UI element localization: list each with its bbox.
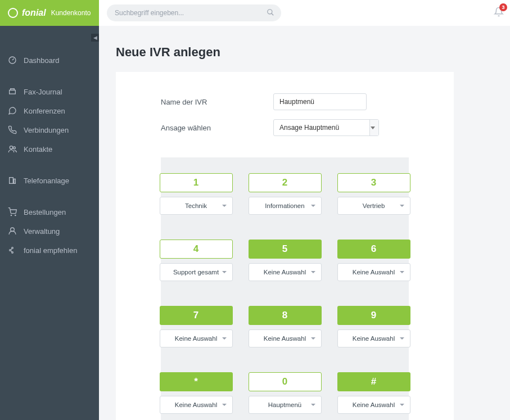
keypad-select-2[interactable]: Informationen	[249, 197, 322, 215]
keypad-key-4[interactable]: 4	[160, 240, 233, 259]
keypad-select-value: Keine Auswahl	[353, 269, 395, 276]
keypad-select-5[interactable]: Keine Auswahl	[249, 263, 322, 281]
sidebar-item-dashboard[interactable]: Dashboard	[0, 51, 99, 70]
brand-bar: fonial Kundenkonto	[0, 0, 99, 26]
keypad-key-*[interactable]: *	[160, 372, 233, 391]
keypad-key-3[interactable]: 3	[337, 173, 410, 192]
phone-system-icon	[8, 176, 18, 185]
sidebar-collapse-toggle[interactable]: ◀	[91, 34, 99, 42]
header: fonial Kundenkonto 3	[0, 0, 510, 26]
svg-point-12	[10, 250, 11, 251]
users-icon	[8, 144, 18, 153]
keypad-select-value: Keine Auswahl	[264, 335, 306, 342]
keypad-select-8[interactable]: Keine Auswahl	[249, 329, 322, 347]
keypad-select-7[interactable]: Keine Auswahl	[160, 329, 233, 347]
sidebar-item-verwaltung[interactable]: Verwaltung	[0, 222, 99, 241]
sidebar-item-kontakte[interactable]: Kontakte	[0, 139, 99, 159]
keypad-key-1[interactable]: 1	[160, 173, 233, 192]
keypad-cell-5: 5Keine Auswahl	[249, 240, 322, 281]
sidebar-item-verbindungen[interactable]: Verbindungen	[0, 120, 99, 139]
keypad-key-7[interactable]: 7	[160, 306, 233, 325]
announcement-select[interactable]: Ansage Hauptmenü	[273, 119, 379, 136]
sidebar: ◀ Dashboard Fax-Journal Konferenzen	[0, 26, 99, 420]
keypad-key-8[interactable]: 8	[249, 306, 322, 325]
keypad-select-value: Technik	[185, 202, 207, 209]
cart-icon	[8, 207, 18, 216]
sidebar-item-label: Kontakte	[24, 145, 52, 153]
svg-point-13	[12, 247, 13, 249]
keypad-cell-2: 2Informationen	[249, 173, 322, 215]
keypad-select-6[interactable]: Keine Auswahl	[337, 263, 410, 281]
keypad-select-value: Keine Auswahl	[353, 335, 395, 342]
keypad-select-4[interactable]: Support gesamt	[160, 263, 233, 281]
keypad-select-9[interactable]: Keine Auswahl	[337, 329, 410, 347]
keypad-cell-#: #Keine Auswahl	[337, 372, 410, 414]
fax-icon	[8, 87, 18, 96]
header-right: 3	[488, 7, 510, 19]
search-icon[interactable]	[267, 8, 274, 19]
keypad-key-#[interactable]: #	[337, 372, 410, 391]
keypad-select-value: Informationen	[265, 202, 304, 209]
ivr-card: Name der IVR Ansage wählen Ansage Hauptm…	[116, 72, 454, 420]
keypad-select-1[interactable]: Technik	[160, 197, 233, 215]
chat-icon	[8, 106, 18, 115]
sidebar-item-label: Dashboard	[24, 56, 60, 65]
keypad-cell-9: 9Keine Auswahl	[337, 306, 410, 347]
page-title: Neue IVR anlegen	[99, 26, 510, 72]
svg-point-6	[13, 147, 15, 149]
notifications-button[interactable]: 3	[494, 7, 504, 19]
svg-point-0	[268, 10, 272, 14]
keypad-select-0[interactable]: Hauptmenü	[249, 396, 322, 414]
svg-rect-7	[10, 178, 13, 184]
search-area	[99, 1, 488, 25]
svg-point-14	[12, 252, 13, 254]
brand-name: fonial	[22, 8, 46, 18]
sidebar-item-label: Bestellungen	[24, 208, 66, 216]
keypad-key-6[interactable]: 6	[337, 240, 410, 259]
keypad-cell-7: 7Keine Auswahl	[160, 306, 233, 347]
announcement-select-value: Ansage Hauptmenü	[279, 124, 339, 132]
keypad-cell-6: 6Keine Auswahl	[337, 240, 410, 281]
main-content: Neue IVR anlegen Name der IVR Ansage wäh…	[99, 26, 510, 420]
keypad-select-*[interactable]: Keine Auswahl	[160, 396, 233, 414]
keypad-select-value: Vertrieb	[363, 202, 385, 209]
keypad-key-5[interactable]: 5	[249, 240, 322, 259]
keypad-select-value: Keine Auswahl	[353, 401, 395, 408]
search	[107, 4, 281, 21]
sidebar-item-bestellungen[interactable]: Bestellungen	[0, 202, 99, 222]
keypad-cell-0: 0Hauptmenü	[249, 372, 322, 414]
sidebar-item-fonial-empfehlen[interactable]: fonial empfehlen	[0, 241, 99, 260]
notification-badge: 3	[499, 3, 507, 11]
keypad-select-value: Keine Auswahl	[264, 269, 306, 276]
sidebar-item-label: fonial empfehlen	[24, 246, 77, 255]
keypad-select-#[interactable]: Keine Auswahl	[337, 396, 410, 414]
brand-logo-icon	[8, 8, 18, 18]
sidebar-item-telefonanlage[interactable]: Telefonanlage	[0, 171, 99, 190]
svg-rect-3	[10, 90, 16, 94]
keypad-key-2[interactable]: 2	[249, 173, 322, 192]
svg-point-5	[10, 146, 12, 149]
keypad-select-3[interactable]: Vertrieb	[337, 197, 410, 215]
sidebar-item-fax-journal[interactable]: Fax-Journal	[0, 82, 99, 101]
svg-rect-8	[14, 179, 16, 183]
keypad-area: 1Technik2Informationen3Vertrieb4Support …	[161, 157, 409, 420]
keypad-cell-*: *Keine Auswahl	[160, 372, 233, 414]
sidebar-item-label: Verbindungen	[24, 126, 69, 134]
keypad-cell-8: 8Keine Auswahl	[249, 306, 322, 347]
sidebar-item-label: Telefonanlage	[24, 177, 69, 185]
svg-point-10	[15, 215, 16, 215]
keypad-key-0[interactable]: 0	[249, 372, 322, 391]
user-icon	[8, 227, 18, 236]
keypad-key-9[interactable]: 9	[337, 306, 410, 325]
sidebar-item-konferenzen[interactable]: Konferenzen	[0, 101, 99, 120]
ivr-name-input[interactable]	[273, 93, 367, 110]
keypad-cell-3: 3Vertrieb	[337, 173, 410, 215]
search-input[interactable]	[107, 4, 281, 21]
gauge-icon	[8, 56, 18, 65]
svg-line-1	[272, 13, 274, 16]
sidebar-item-label: Verwaltung	[24, 227, 60, 236]
form-row-announcement: Ansage wählen Ansage Hauptmenü	[126, 115, 444, 141]
keypad-select-value: Hauptmenü	[268, 401, 301, 408]
phone-icon	[8, 125, 18, 134]
keypad-select-value: Keine Auswahl	[175, 401, 217, 408]
